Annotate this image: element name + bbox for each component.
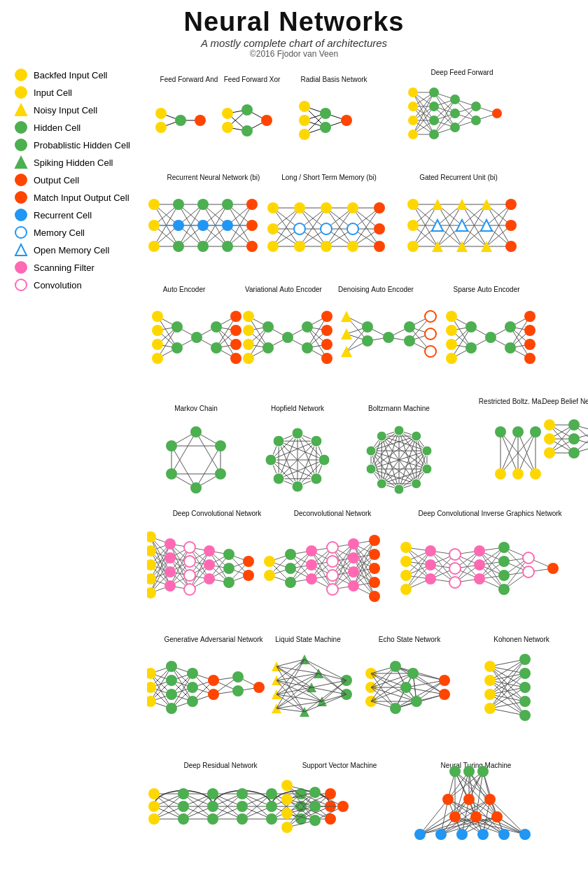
page: Neural Networks A mostly complete chart …	[0, 0, 588, 882]
legend-label: Convolution	[34, 280, 82, 290]
legend-item: Probablistic Hidden Cell	[14, 138, 140, 152]
svg-marker-2	[15, 104, 27, 115]
legend-icon	[14, 120, 28, 134]
legend-label: Recurrent Cell	[34, 210, 92, 220]
legend-icon	[14, 208, 28, 222]
legend-icon	[14, 173, 28, 187]
copyright: ©2016 Fjodor van Veen	[7, 49, 581, 59]
legend-icon	[14, 68, 28, 82]
page-title: Neural Networks	[7, 7, 581, 37]
svg-marker-10	[15, 244, 27, 255]
legend-label: Scanning Filter	[34, 262, 94, 273]
svg-point-11	[15, 262, 27, 273]
legend-item: Recurrent Cell	[14, 208, 140, 222]
legend-item: Spiking Hidden Cell	[14, 155, 140, 169]
legend-icon	[14, 155, 28, 169]
legend-item: Convolution	[14, 278, 140, 292]
legend-item: Output Cell	[14, 173, 140, 187]
subtitle: A mostly complete chart of architectures	[7, 37, 581, 49]
header: Neural Networks A mostly complete chart …	[7, 7, 581, 59]
legend-label: Noisy Input Cell	[34, 105, 97, 115]
svg-point-1	[15, 87, 27, 98]
legend-item: Match Input Output Cell	[14, 190, 140, 204]
svg-point-12	[15, 279, 27, 290]
legend-icon	[14, 225, 28, 239]
legend-label: Probablistic Hidden Cell	[34, 140, 130, 150]
svg-point-3	[15, 122, 27, 133]
legend-label: Output Cell	[34, 175, 79, 186]
legend-label: Memory Cell	[34, 227, 85, 238]
legend-item: Backfed Input Cell	[14, 68, 140, 82]
legend-item: Scanning Filter	[14, 260, 140, 274]
svg-point-6	[15, 174, 27, 186]
legend-item: Noisy Input Cell	[14, 103, 140, 117]
legend-label: Match Input Output Cell	[34, 192, 130, 203]
legend-icon	[14, 190, 28, 204]
legend-icon	[14, 243, 28, 257]
legend-icon	[14, 260, 28, 274]
svg-point-0	[15, 69, 27, 80]
svg-marker-5	[15, 157, 27, 168]
svg-point-7	[15, 192, 27, 203]
legend: Backfed Input CellInput CellNoisy Input …	[7, 64, 147, 882]
main-content: Backfed Input CellInput CellNoisy Input …	[7, 64, 581, 882]
legend-label: Open Memory Cell	[34, 245, 109, 255]
legend-icon	[14, 103, 28, 117]
svg-point-9	[15, 227, 27, 238]
legend-label: Hidden Cell	[34, 122, 80, 133]
legend-icon	[14, 278, 28, 292]
legend-label: Input Cell	[34, 88, 72, 98]
svg-point-8	[15, 209, 27, 220]
legend-icon	[14, 138, 28, 152]
diagrams-area	[147, 64, 588, 882]
legend-label: Spiking Hidden Cell	[34, 158, 113, 168]
legend-icon	[14, 85, 28, 99]
legend-item: Hidden Cell	[14, 120, 140, 134]
legend-item: Input Cell	[14, 85, 140, 99]
legend-item: Open Memory Cell	[14, 243, 140, 257]
legend-label: Backfed Input Cell	[34, 70, 108, 80]
legend-item: Memory Cell	[14, 225, 140, 239]
svg-point-4	[15, 139, 27, 150]
